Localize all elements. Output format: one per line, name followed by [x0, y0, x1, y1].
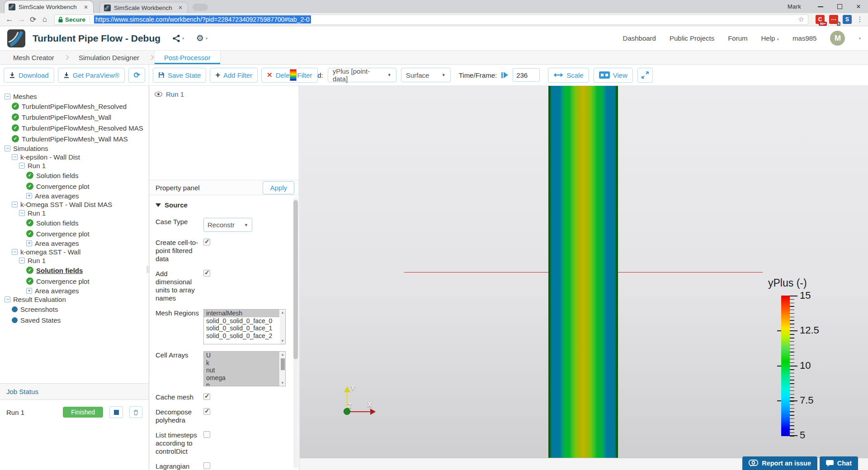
- visibility-eye-icon[interactable]: [155, 92, 162, 97]
- add-filter-button[interactable]: + Add Filter: [210, 68, 258, 83]
- share-button[interactable]: ▾: [172, 34, 184, 42]
- property-scrollbar[interactable]: [293, 197, 298, 468]
- mesh-regions-listbox[interactable]: internalMeshsolid_0_solid_0_face_0solid_…: [203, 309, 286, 344]
- cell-arrays-listbox[interactable]: Uknutomegap ▲▼: [203, 351, 286, 386]
- apply-button[interactable]: Apply: [263, 181, 294, 194]
- tree-item[interactable]: ✓Convergence plot: [0, 181, 149, 192]
- list-timesteps-checkbox[interactable]: [203, 431, 210, 438]
- list-option[interactable]: k: [204, 359, 279, 367]
- decompose-checkbox[interactable]: [203, 408, 210, 415]
- collapse-icon[interactable]: −: [19, 210, 25, 216]
- stop-job-button[interactable]: [109, 406, 123, 418]
- lagrangian-checkbox[interactable]: [203, 462, 210, 469]
- new-tab-button[interactable]: [193, 4, 208, 11]
- chat-button[interactable]: Chat: [820, 456, 858, 470]
- play-frame-icon[interactable]: [501, 72, 508, 78]
- get-paraview-button[interactable]: Get ParaView®: [58, 68, 125, 83]
- browser-tab-1[interactable]: SimScale Workbench ✕: [5, 1, 93, 13]
- window-maximize-button[interactable]: [830, 0, 849, 13]
- expand-icon[interactable]: +: [26, 193, 32, 199]
- save-state-button[interactable]: Save State: [153, 68, 206, 83]
- back-icon[interactable]: ←: [4, 15, 15, 24]
- nav-help[interactable]: Help ▾: [761, 34, 779, 42]
- list-option[interactable]: internalMesh: [204, 310, 279, 317]
- tree-item[interactable]: +Area averages: [0, 287, 149, 295]
- fit-view-button[interactable]: [637, 68, 653, 83]
- tree-item[interactable]: −Run 1: [0, 161, 149, 170]
- settings-button[interactable]: ⚙ ▾: [196, 33, 208, 43]
- collapse-icon[interactable]: −: [19, 163, 25, 169]
- create-cell-checkbox[interactable]: [203, 239, 210, 245]
- scroll-down-icon[interactable]: ▼: [281, 381, 284, 385]
- tree-item[interactable]: ✓TurbulentPipeFlowMesh_Resolved MAS: [0, 122, 149, 133]
- tree-item[interactable]: −Run 1: [0, 209, 149, 217]
- expand-icon[interactable]: +: [26, 240, 32, 246]
- collapse-icon[interactable]: −: [19, 258, 25, 263]
- tree-item[interactable]: Screenshots: [0, 304, 149, 315]
- field-select[interactable]: yPlus [point-data] ▼: [328, 68, 396, 82]
- collapse-icon[interactable]: −: [5, 146, 10, 151]
- scroll-down-icon[interactable]: ▼: [281, 339, 284, 343]
- scroll-up-icon[interactable]: ▲: [281, 352, 284, 357]
- window-close-button[interactable]: ✕: [849, 0, 868, 13]
- tree-item[interactable]: Saved States: [0, 315, 149, 325]
- extension-icon-2[interactable]: ⋯4: [829, 15, 838, 24]
- time-frame-input[interactable]: [513, 68, 540, 82]
- url-text[interactable]: https://www.simscale.com/workbench/?pid=…: [94, 15, 311, 24]
- scrollbar-thumb[interactable]: [293, 200, 298, 359]
- expand-icon[interactable]: +: [26, 288, 32, 294]
- collapse-icon[interactable]: −: [12, 154, 18, 160]
- scrollbar-thumb[interactable]: [281, 358, 285, 370]
- nav-dashboard[interactable]: Dashboard: [623, 34, 656, 42]
- refresh-button[interactable]: ⟳: [128, 68, 145, 83]
- tree-item[interactable]: ✓Solution fields: [0, 217, 149, 228]
- tree-item[interactable]: ✓Convergence plot: [0, 276, 149, 287]
- tree-item[interactable]: −Run 1: [0, 256, 149, 265]
- listbox-scrollbar[interactable]: ▲▼: [280, 310, 285, 344]
- tab-close-icon[interactable]: ✕: [83, 4, 89, 10]
- nav-username[interactable]: mas985: [793, 34, 816, 42]
- avatar[interactable]: M: [830, 31, 845, 46]
- tree-item[interactable]: ✓Solution fields: [0, 265, 149, 276]
- tab-post-processor[interactable]: Post-Processor: [154, 51, 221, 64]
- tree-item[interactable]: −Result Evaluation: [0, 295, 149, 304]
- add-units-checkbox[interactable]: [203, 270, 210, 277]
- delete-job-button[interactable]: [129, 406, 142, 418]
- list-option[interactable]: p: [204, 381, 279, 386]
- tree-item[interactable]: +Area averages: [0, 239, 149, 248]
- tree-item[interactable]: −Simulations: [0, 144, 149, 153]
- tree-item[interactable]: −k-Omega SST - Wall Dist MAS: [0, 200, 149, 209]
- bookmark-star-icon[interactable]: ☆: [798, 15, 804, 24]
- extension-icon-1[interactable]: C59+: [816, 15, 825, 24]
- render-viewport[interactable]: Y X Z yPlus (-) 15 12.5 10 7.5 5: [300, 86, 868, 458]
- pipeline-item[interactable]: Run 1: [149, 86, 299, 103]
- tree-item[interactable]: −k-epsilon - Wall Dist: [0, 153, 149, 161]
- case-type-select[interactable]: Reconstr ▼: [203, 218, 252, 232]
- list-option[interactable]: omega: [204, 374, 279, 382]
- nav-forum[interactable]: Forum: [728, 34, 747, 42]
- tree-item[interactable]: ✓TurbulentPipeFlowMesh_Wall MAS: [0, 133, 149, 144]
- list-option[interactable]: solid_0_solid_0_face_0: [204, 317, 279, 325]
- tree-item[interactable]: −k-omega SST - Wall: [0, 248, 149, 256]
- address-bar[interactable]: Secure https://www.simscale.com/workbenc…: [54, 14, 808, 25]
- list-option[interactable]: solid_0_solid_0_face_1: [204, 324, 279, 332]
- tab-mesh-creator[interactable]: Mesh Creator: [4, 51, 64, 64]
- tree-item[interactable]: ✓TurbulentPipeFlowMesh_Wall: [0, 112, 149, 122]
- nav-public-projects[interactable]: Public Projects: [670, 34, 714, 42]
- reload-icon[interactable]: ⟳: [27, 15, 39, 24]
- scroll-up-icon[interactable]: ▲: [281, 310, 284, 315]
- chrome-menu-icon[interactable]: ⋮: [855, 15, 864, 24]
- tree-item[interactable]: ✓Convergence plot: [0, 228, 149, 239]
- collapse-icon[interactable]: −: [5, 94, 10, 99]
- collapse-icon[interactable]: −: [12, 202, 18, 207]
- tab-simulation-designer[interactable]: Simulation Designer: [69, 51, 149, 64]
- source-section-header[interactable]: Source: [156, 201, 288, 209]
- cache-mesh-checkbox[interactable]: [203, 393, 210, 400]
- tree-item[interactable]: ✓Solution fields: [0, 170, 149, 181]
- collapse-icon[interactable]: −: [12, 249, 18, 255]
- chrome-profile-name[interactable]: Mark: [788, 3, 801, 10]
- colormap-icon[interactable]: [290, 69, 297, 81]
- tree-item[interactable]: +Area averages: [0, 192, 149, 200]
- home-icon[interactable]: ⌂: [39, 15, 51, 24]
- collapse-icon[interactable]: −: [5, 296, 10, 302]
